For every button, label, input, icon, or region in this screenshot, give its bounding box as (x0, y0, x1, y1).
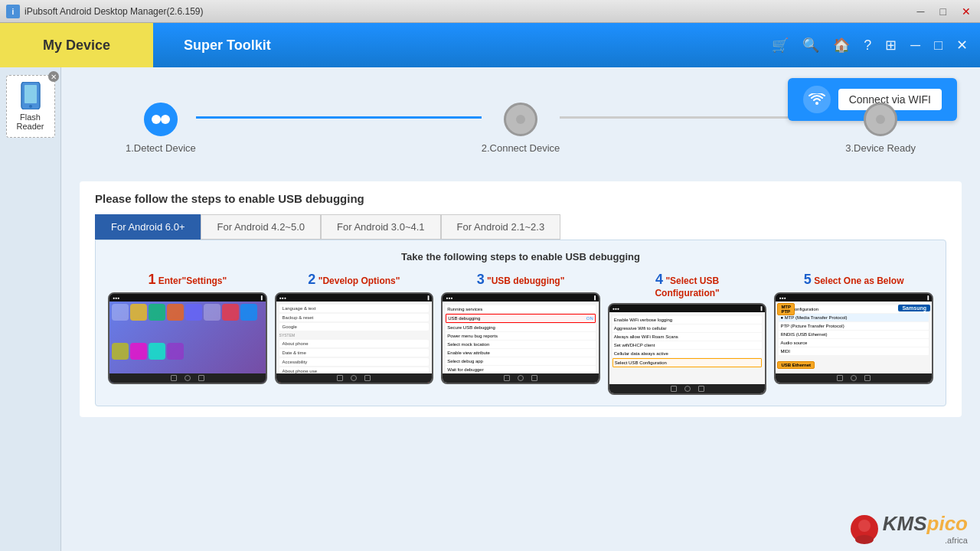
watermark-text: KMSpico .africa (883, 512, 968, 545)
watermark-sub: .africa (883, 536, 968, 545)
title-bar: i iPubsoft Android Desktop Manager(2.6.1… (0, 0, 980, 23)
step-1-circle (144, 103, 178, 136)
step-2-label: 2.Connect Device (482, 142, 560, 154)
step-device-ready: 3.Device Ready (845, 103, 916, 154)
steps-row: 1 Enter"Settings" ●●●▐ (108, 272, 933, 395)
step-3-label: 3.Device Ready (845, 142, 916, 154)
close-btn[interactable]: ✕ (959, 5, 974, 18)
step-4-phone: ●●●▐ Enable WiFi verbose logging Aggress… (608, 303, 767, 395)
wifi-icon (808, 93, 825, 106)
kmspico-logo-icon (849, 514, 880, 544)
tab-android-30[interactable]: For Android 3.0~4.1 (321, 214, 441, 240)
usb-debug-section: Please follow the steps to enable USB de… (80, 181, 962, 417)
help-icon[interactable]: ? (864, 37, 871, 54)
step-card-5: 5 Select One as Below ●●●▐ USB Configura… (774, 272, 933, 384)
step-2-phone: ●●●▐ Language & text Backup & reset Goog… (275, 292, 434, 384)
step-card-2: 2 "Develop Options" ●●●▐ Language & text… (275, 272, 434, 384)
step-1-label: 1.Detect Device (126, 142, 196, 154)
title-bar-controls: ─ □ ✕ (914, 5, 974, 18)
cart-icon[interactable]: 🛒 (772, 37, 789, 54)
instructions-panel: Take the following steps to enable USB d… (95, 240, 946, 406)
top-toolbar: My Device Super Toolkit 🛒 🔍 🏠 ? ⊞ ─ □ ✕ (0, 23, 980, 67)
step-card-3: 3 "USB debugging" ●●●▐ Running services … (441, 272, 600, 384)
svg-point-7 (858, 520, 871, 532)
step-3-num: 3 "USB debugging" (477, 272, 565, 288)
flash-reader-label: Flash Reader (13, 112, 48, 131)
svg-text:i: i (12, 8, 15, 16)
tab-super-toolkit[interactable]: Super Toolkit (153, 37, 302, 54)
step-card-1: 1 Enter"Settings" ●●●▐ (108, 272, 267, 384)
content-panel: 1.Detect Device 2.Connect Device 3.Devic… (61, 67, 980, 551)
tab-android-21[interactable]: For Android 2.1~2.3 (441, 214, 561, 240)
step-line-1-2 (196, 116, 482, 119)
app-title: iPubsoft Android Desktop Manager(2.6.159… (24, 6, 203, 17)
main-content: ✕ Flash Reader Connect via WIFI (0, 67, 980, 551)
step-4-num: 4 "Select USBConfiguration" (655, 272, 719, 298)
maximize-btn[interactable]: □ (937, 5, 949, 18)
step-connect-device: 2.Connect Device (482, 103, 560, 154)
minimize-btn[interactable]: ─ (914, 5, 928, 18)
toolbar-icons: 🛒 🔍 🏠 ? ⊞ ─ □ ✕ (772, 37, 980, 54)
home-icon[interactable]: 🏠 (833, 37, 850, 54)
search-icon[interactable]: 🔍 (802, 37, 819, 54)
android-version-tabs: For Android 6.0+ For Android 4.2~5.0 For… (95, 214, 946, 240)
instructions-title: Take the following steps to enable USB d… (108, 251, 933, 262)
tab-android-6[interactable]: For Android 6.0+ (95, 214, 201, 240)
wifi-icon-circle (803, 86, 831, 113)
step-1-num: 1 Enter"Settings" (148, 272, 227, 288)
step-5-phone: ●●●▐ USB Configuration ● MTP (Media Tran… (774, 292, 933, 384)
maximize-toolbar-btn[interactable]: □ (934, 37, 942, 54)
tab-my-device[interactable]: My Device (0, 23, 153, 67)
device-sidebar: ✕ Flash Reader (0, 67, 61, 551)
step-2-circle (504, 103, 537, 136)
phone-icon (20, 82, 41, 109)
grid-icon[interactable]: ⊞ (885, 37, 897, 54)
watermark: KMSpico .africa (849, 512, 968, 545)
minimize-toolbar-btn[interactable]: ─ (910, 37, 920, 54)
svg-rect-3 (24, 85, 37, 103)
step-3-circle (864, 103, 897, 136)
svg-point-4 (29, 105, 32, 108)
step-2-num: 2 "Develop Options" (308, 272, 400, 288)
close-flash-reader-btn[interactable]: ✕ (48, 71, 59, 82)
close-toolbar-btn[interactable]: ✕ (956, 37, 968, 54)
flash-reader-item[interactable]: ✕ Flash Reader (6, 75, 55, 138)
usb-debug-title: Please follow the steps to enable USB de… (95, 192, 946, 205)
tab-android-42[interactable]: For Android 4.2~5.0 (201, 214, 321, 240)
step-detect-device: 1.Detect Device (126, 103, 196, 154)
step-1-phone: ●●●▐ (108, 292, 267, 384)
step-card-4: 4 "Select USBConfiguration" ●●●▐ Enable … (608, 272, 767, 395)
svg-point-5 (815, 102, 818, 105)
app-logo-icon: i (6, 5, 20, 18)
step-3-phone: ●●●▐ Running services USB debugging ON S… (441, 292, 600, 384)
title-bar-left: i iPubsoft Android Desktop Manager(2.6.1… (6, 5, 203, 18)
svg-point-8 (855, 535, 874, 544)
step-5-num: 5 Select One as Below (804, 272, 904, 288)
